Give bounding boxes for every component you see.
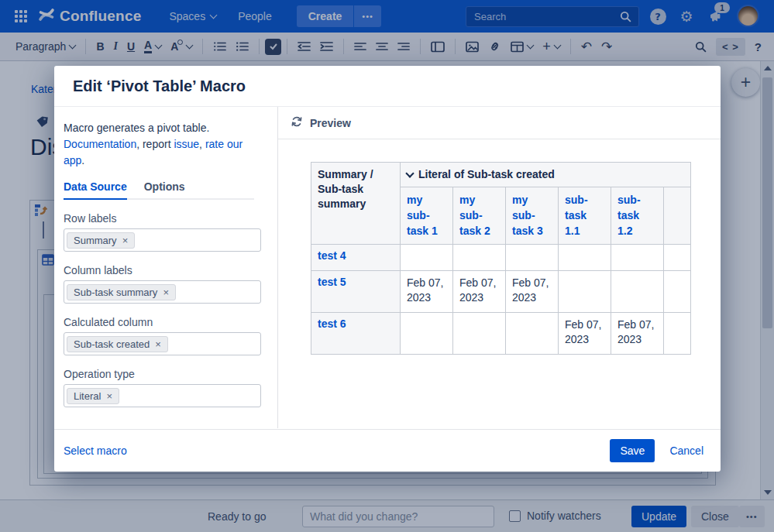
column-labels-label: Column labels (64, 264, 277, 276)
cell: Feb 07, 2023 (611, 312, 664, 354)
row-labels-label: Row labels (64, 212, 277, 225)
operation-type-input[interactable]: Literal × (64, 384, 261, 407)
cell: Feb 07, 2023 (506, 270, 559, 312)
column-header: my sub-task 3 (506, 187, 559, 244)
cell (664, 244, 691, 270)
column-header: my sub-task 2 (453, 187, 506, 244)
confluence-app: Confluence Spaces People Create ••• ? ⚙ (0, 0, 774, 532)
remove-tag-icon[interactable]: × (163, 287, 169, 297)
cell: Feb 07, 2023 (401, 270, 453, 312)
table-row: test 4 (311, 244, 691, 270)
calculated-column-label: Calculated column (64, 316, 277, 328)
column-header (664, 187, 691, 244)
remove-tag-icon[interactable]: × (155, 339, 161, 349)
cell (401, 244, 453, 270)
documentation-link[interactable]: Documentation (64, 138, 136, 150)
calculated-column-input[interactable]: Sub-task created × (64, 332, 261, 355)
column-header: sub-task 1.1 (559, 187, 611, 244)
macro-settings-pane: Macro generates a pivot table. Documenta… (54, 107, 277, 428)
operation-type-tag: Literal × (67, 388, 119, 404)
row-labels-tag: Summary × (67, 232, 135, 249)
cell (453, 312, 506, 354)
corner-header: Summary / Sub-task summary (311, 163, 401, 245)
cell: Feb 07, 2023 (453, 270, 506, 312)
cell (559, 244, 611, 270)
cancel-button[interactable]: Cancel (669, 444, 703, 457)
dialog-footer: Select macro Save Cancel (54, 429, 721, 472)
cell (506, 244, 559, 270)
cell (611, 244, 664, 270)
preview-header: Preview (278, 107, 721, 139)
select-macro-link[interactable]: Select macro (64, 444, 127, 457)
cell (664, 270, 691, 312)
cell (401, 312, 453, 354)
cell: Feb 07, 2023 (559, 312, 611, 354)
group-header[interactable]: Literal of Sub-task created (401, 163, 691, 187)
preview-title: Preview (310, 117, 351, 129)
calculated-column-tag: Sub-task created × (67, 336, 168, 352)
tab-options[interactable]: Options (144, 180, 185, 198)
dialog-header: Edit ‘Pivot Table’ Macro (54, 66, 721, 107)
save-button[interactable]: Save (610, 439, 655, 462)
preview-pane: Preview Summary / Sub-task summary (277, 107, 721, 428)
operation-type-label: Operation type (64, 368, 277, 380)
column-labels-tag: Sub-task summary × (67, 284, 176, 300)
cell (506, 312, 559, 354)
collapse-chevron-icon[interactable] (405, 169, 414, 177)
cell (453, 244, 506, 270)
row-label: test 6 (311, 312, 401, 354)
cell (664, 312, 691, 354)
row-label: test 4 (311, 244, 401, 270)
macro-description: Macro generates a pivot table. Documenta… (64, 120, 259, 169)
row-labels-input[interactable]: Summary × (64, 228, 261, 252)
tab-data-source[interactable]: Data Source (64, 180, 127, 200)
pivot-preview-table: Summary / Sub-task summary Literal of Su… (311, 162, 691, 355)
cell (611, 270, 664, 312)
remove-tag-icon[interactable]: × (122, 235, 129, 245)
edit-macro-dialog: Edit ‘Pivot Table’ Macro Macro generates… (54, 66, 721, 472)
dialog-title: Edit ‘Pivot Table’ Macro (73, 77, 246, 95)
column-header: my sub-task 1 (401, 187, 453, 244)
cell (559, 270, 611, 312)
remove-tag-icon[interactable]: × (106, 391, 112, 401)
table-row: test 5 Feb 07, 2023 Feb 07, 2023 Feb 07,… (311, 270, 691, 312)
table-row: test 6 Feb 07, 2023 Feb 07, 2023 (311, 312, 691, 354)
refresh-icon[interactable] (291, 115, 303, 130)
column-header: sub-task 1.2 (611, 187, 664, 244)
row-label: test 5 (311, 270, 401, 312)
issue-link[interactable]: issue (174, 138, 199, 150)
settings-tabs: Data Source Options (64, 180, 254, 200)
column-labels-input[interactable]: Sub-task summary × (64, 280, 261, 304)
